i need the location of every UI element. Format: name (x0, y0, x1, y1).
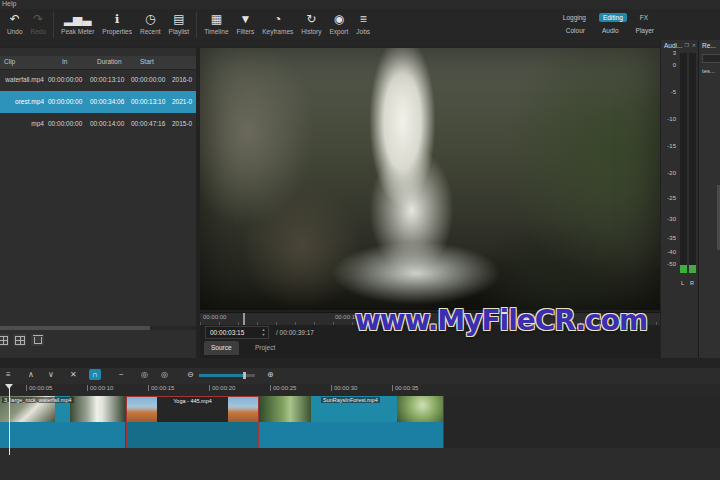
ripple-all-toggle-button[interactable]: ◎ (158, 369, 171, 380)
channel-right-label: R (690, 280, 694, 286)
playlist-panel: Clip In Duration Start _waterfall.mp4 00… (0, 48, 196, 358)
layout-player-button[interactable]: Player (632, 26, 658, 35)
timeline-menu-button[interactable]: ≡ (3, 369, 14, 380)
timeline-clip-waterfall[interactable]: 3_large_rock_waterfall.mp4 (0, 396, 126, 448)
slider-fill (199, 374, 245, 377)
playlist-button[interactable]: ▤ Playlist (165, 10, 194, 37)
spinner-arrows-icon[interactable]: ▲▼ (260, 327, 267, 338)
audio-panel-title: Audi... (664, 42, 682, 49)
video-track: 3_large_rock_waterfall.mp4 Yoga - 445.mp… (0, 396, 720, 448)
list-icon: ▤ (173, 12, 184, 27)
current-time-value: 00:00:03:15 (210, 329, 244, 336)
ruler-mark: 00:00:15 (148, 385, 174, 391)
db-label: -30 (661, 216, 676, 222)
view-details-button[interactable] (13, 334, 26, 346)
db-label: -20 (661, 170, 676, 176)
remove-item-button[interactable] (31, 334, 44, 346)
timeline-clip-yoga-selected[interactable]: Yoga - 445.mp4 (126, 396, 259, 448)
thumbnail (259, 396, 311, 422)
slider-knob[interactable] (243, 372, 246, 379)
toolbar-separator (196, 12, 197, 38)
jobs-button[interactable]: ≡ Jobs (352, 10, 374, 37)
track-down-button[interactable]: ∨ (45, 369, 57, 380)
current-time-spinbox[interactable]: 00:00:03:15 ▲▼ (205, 326, 269, 339)
recent-button[interactable]: ◷ Recent (136, 10, 165, 37)
shotcut-window: Help ↶ Undo ↷ Redo ▂▅▃ Peak Meter ℹ Prop… (0, 0, 720, 480)
tab-project[interactable]: Project (248, 341, 282, 355)
db-label: -25 (661, 195, 676, 201)
db-label: -50 (661, 261, 676, 267)
playlist-row[interactable]: mp4 00:00:00:00 00:00:14:00 00:00:47:16 … (0, 113, 196, 135)
playlist-row[interactable]: _waterfall.mp4 00:00:00:00 00:00:13:10 0… (0, 69, 196, 91)
timeline-playhead-handle[interactable] (5, 384, 13, 389)
playlist-row-selected[interactable]: orest.mp4 00:00:00:00 00:00:34:06 00:00:… (0, 91, 196, 113)
snap-toggle-button[interactable]: ∩ (89, 369, 101, 380)
cut-button[interactable]: ✕ (67, 369, 80, 380)
clip-body (259, 422, 443, 448)
layout-logging-button[interactable]: Logging (559, 13, 590, 22)
menu-help[interactable]: Help (2, 0, 16, 7)
db-label: 3 (661, 50, 676, 56)
preview-tabs: Source Project (200, 340, 660, 357)
clip-body (0, 422, 125, 448)
scrub-toggle-button[interactable]: − (116, 369, 127, 380)
info-icon: ℹ (115, 12, 120, 27)
undo-button[interactable]: ↶ Undo (3, 10, 27, 37)
toolbar-separator (53, 12, 54, 38)
float-panel-icon[interactable]: ❐ (685, 42, 689, 48)
layout-editing-button[interactable]: Editing (599, 13, 627, 22)
playlist-horizontal-scrollbar[interactable] (0, 326, 196, 330)
preview-playhead[interactable] (243, 313, 245, 325)
timeline-icon: ▦ (211, 12, 222, 27)
meter-bar-left (680, 53, 687, 273)
redo-icon: ↷ (33, 12, 43, 27)
clip-name: Yoga - 445.mp4 (171, 398, 214, 404)
column-header-in[interactable]: In (62, 58, 67, 65)
thumbnail (397, 396, 443, 422)
meter-bar-right (689, 53, 696, 273)
timeline-ruler[interactable]: 00:00:05 00:00:10 00:00:15 00:00:20 00:0… (0, 384, 720, 396)
tab-source[interactable]: Source (204, 341, 239, 355)
keyframes-button[interactable]: ◔ Keyframes (258, 10, 297, 37)
undo-icon: ↶ (10, 12, 20, 27)
ruler-mark: 00:00:35 (392, 385, 418, 391)
ripple-toggle-button[interactable]: ◎ (138, 369, 151, 380)
seekbar-time-0: 00:00:00 (203, 314, 226, 320)
recent-panel-clipped: Re... tes... (698, 40, 720, 358)
trash-icon (34, 337, 42, 344)
timeline-clip-forest[interactable]: SunRaysInForest.mp4 (259, 396, 444, 448)
recent-search-input[interactable] (702, 54, 720, 63)
menu-bar: Help (0, 0, 720, 9)
column-header-duration[interactable]: Duration (97, 58, 122, 65)
peak-meter-button[interactable]: ▂▅▃ Peak Meter (57, 10, 98, 37)
column-header-start[interactable]: Start (140, 58, 154, 65)
column-header-clip[interactable]: Clip (4, 58, 15, 65)
layout-colour-button[interactable]: Colour (562, 26, 589, 35)
playlist-header: Clip In Duration Start (0, 56, 196, 70)
history-button[interactable]: ↻ History (297, 10, 325, 37)
peak-meter-icon: ▂▅▃ (64, 12, 92, 27)
zoom-in-icon[interactable]: ⊕ (264, 369, 277, 380)
close-panel-icon[interactable]: ✕ (692, 42, 696, 48)
clip-thumbnails: SunRaysInForest.mp4 (259, 396, 443, 422)
db-label: -15 (661, 143, 676, 149)
layout-fx-button[interactable]: FX (636, 13, 652, 22)
layout-audio-button[interactable]: Audio (598, 26, 623, 35)
timeline-zoom-slider[interactable] (199, 374, 255, 377)
recent-list-item[interactable]: tes... (702, 68, 715, 74)
filters-button[interactable]: ▼ Filters (233, 10, 259, 37)
panel-divider (0, 358, 720, 368)
view-icons-button[interactable] (0, 334, 9, 346)
ruler-mark: 00:00:10 (87, 385, 113, 391)
thumbnail (70, 396, 125, 422)
export-button[interactable]: ◉ Export (326, 10, 353, 37)
properties-button[interactable]: ℹ Properties (98, 10, 136, 37)
scrollbar-handle[interactable] (0, 326, 150, 330)
redo-button[interactable]: ↷ Redo (27, 10, 51, 37)
clock-icon: ◷ (145, 12, 155, 27)
track-up-button[interactable]: ∧ (25, 369, 37, 380)
db-label: -5 (661, 89, 676, 95)
timeline-playhead-line[interactable] (9, 384, 10, 455)
timeline-button[interactable]: ▦ Timeline (200, 10, 232, 37)
zoom-out-icon[interactable]: ⊖ (184, 369, 197, 380)
